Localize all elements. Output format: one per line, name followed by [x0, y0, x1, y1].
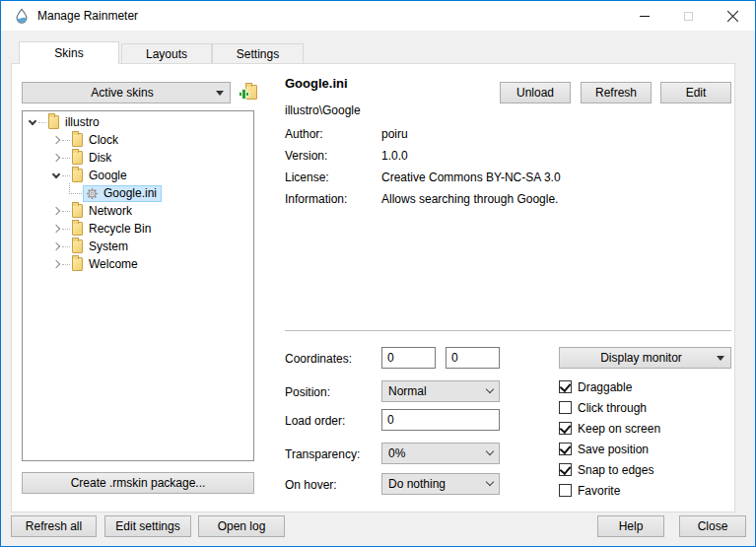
checkbox-checked-icon[interactable] — [559, 422, 572, 435]
skins-tree[interactable]: illustro Clock Disk Google — [22, 110, 254, 461]
version-value: 1.0.0 — [381, 149, 408, 163]
license-value: Creative Commons BY-NC-SA 3.0 — [381, 171, 561, 184]
dropdown-arrow-icon — [216, 91, 224, 96]
position-dropdown[interactable]: Normal — [381, 380, 500, 402]
position-label: Position: — [285, 385, 330, 399]
load-order-input[interactable] — [381, 409, 500, 431]
rainmeter-drop-icon — [14, 8, 30, 24]
chevron-down-icon[interactable] — [29, 116, 36, 124]
folder-icon — [72, 257, 83, 271]
transparency-label: Transparency: — [285, 447, 360, 461]
tree-connector — [69, 183, 82, 194]
add-skin-button[interactable] — [239, 82, 258, 102]
chevron-right-icon[interactable] — [52, 136, 60, 144]
checkbox-draggable[interactable]: Draggable — [559, 379, 632, 394]
dropdown-arrow-icon — [717, 356, 724, 361]
chevron-down-icon[interactable] — [52, 170, 60, 177]
on-hover-dropdown-value: Do nothing — [388, 477, 487, 491]
create-rmskin-package-button[interactable]: Create .rmskin package... — [22, 472, 254, 494]
tree-item-welcome[interactable]: Welcome — [23, 255, 253, 273]
chevron-right-icon[interactable] — [52, 207, 60, 215]
minimize-button[interactable] — [622, 1, 666, 31]
checkbox-save-position[interactable]: Save position — [559, 442, 649, 456]
checkbox-click-through[interactable]: Click through — [559, 400, 647, 415]
chevron-right-icon[interactable] — [52, 225, 60, 233]
refresh-all-button[interactable]: Refresh all — [11, 515, 97, 537]
unload-button[interactable]: Unload — [500, 82, 571, 103]
on-hover-dropdown[interactable]: Do nothing — [381, 473, 500, 495]
folder-icon — [72, 222, 83, 236]
tab-layouts[interactable]: Layouts — [121, 43, 212, 64]
refresh-button[interactable]: Refresh — [581, 82, 652, 103]
tab-skins[interactable]: Skins — [19, 41, 119, 64]
maximize-icon — [684, 12, 693, 21]
maximize-button — [666, 1, 711, 31]
skin-name: Google.ini — [285, 76, 348, 91]
help-button[interactable]: Help — [597, 515, 664, 537]
folder-icon — [72, 151, 83, 165]
close-button[interactable] — [711, 1, 755, 31]
author-value: poiru — [381, 127, 408, 141]
chevron-down-icon — [486, 447, 494, 455]
coordinate-x-input[interactable] — [381, 347, 436, 369]
skin-file-gear-icon — [86, 187, 99, 200]
position-dropdown-value: Normal — [388, 384, 487, 398]
folder-icon — [72, 204, 83, 218]
author-label: Author: — [285, 127, 378, 141]
coordinate-y-input[interactable] — [446, 347, 500, 369]
chevron-right-icon[interactable] — [52, 260, 60, 268]
folder-icon — [72, 169, 83, 182]
titlebar: Manage Rainmeter — [1, 1, 755, 31]
checkbox-snap-to-edges[interactable]: Snap to edges — [559, 462, 653, 477]
checkbox-checked-icon[interactable] — [559, 443, 572, 455]
checkbox-favorite[interactable]: Favorite — [559, 483, 620, 498]
checkbox-checked-icon[interactable] — [559, 463, 572, 476]
on-hover-label: On hover: — [285, 478, 337, 492]
information-value: Allows searching through Google. — [381, 192, 558, 206]
active-skins-dropdown-value: Active skins — [29, 86, 216, 100]
close-icon — [726, 10, 739, 23]
version-label: Version: — [285, 149, 378, 163]
tree-item-google[interactable]: Google — [23, 167, 253, 184]
information-label: Information: — [285, 192, 378, 206]
tree-item-illustro[interactable]: illustro — [23, 113, 253, 131]
load-order-label: Load order: — [285, 414, 345, 428]
tree-item-network[interactable]: Network — [23, 202, 253, 220]
tree-item-clock[interactable]: Clock — [23, 131, 253, 149]
tree-item-recycle-bin[interactable]: Recycle Bin — [23, 220, 253, 238]
section-divider — [285, 330, 731, 331]
transparency-dropdown-value: 0% — [388, 446, 487, 460]
active-skins-dropdown[interactable]: Active skins — [22, 82, 231, 103]
window-title: Manage Rainmeter — [37, 9, 138, 23]
coordinates-label: Coordinates: — [285, 352, 352, 366]
window-controls — [622, 1, 755, 31]
chevron-down-icon — [486, 385, 494, 393]
checkbox-checked-icon[interactable] — [559, 380, 572, 393]
skin-path: illustro\Google — [285, 103, 361, 117]
manage-rainmeter-window: Manage Rainmeter Skins Layouts Settings … — [0, 0, 756, 547]
display-monitor-dropdown[interactable]: Display monitor — [559, 347, 731, 369]
minimize-icon — [640, 16, 650, 17]
checkbox-unchecked-icon[interactable] — [559, 484, 572, 497]
edit-settings-button[interactable]: Edit settings — [104, 515, 191, 537]
tab-settings[interactable]: Settings — [212, 43, 304, 64]
chevron-right-icon[interactable] — [52, 154, 60, 162]
folder-icon — [72, 239, 83, 253]
close-dialog-button[interactable]: Close — [679, 515, 746, 537]
tree-item-google-ini[interactable]: Google.ini — [23, 184, 253, 202]
selected-tree-item[interactable]: Google.ini — [83, 185, 162, 202]
skins-tab-page: Active skins illustro Clock — [11, 63, 735, 513]
chevron-down-icon — [486, 478, 494, 486]
checkbox-keep-on-screen[interactable]: Keep on screen — [559, 421, 660, 436]
checkbox-unchecked-icon[interactable] — [559, 401, 572, 414]
display-monitor-dropdown-value: Display monitor — [566, 351, 717, 365]
open-log-button[interactable]: Open log — [198, 515, 285, 537]
folder-icon — [72, 133, 83, 147]
license-label: License: — [285, 171, 378, 184]
tree-item-disk[interactable]: Disk — [23, 149, 253, 167]
transparency-dropdown[interactable]: 0% — [381, 443, 500, 464]
chevron-right-icon[interactable] — [52, 242, 60, 250]
edit-button[interactable]: Edit — [660, 82, 731, 103]
tree-item-system[interactable]: System — [23, 238, 253, 255]
folder-icon — [48, 115, 59, 129]
